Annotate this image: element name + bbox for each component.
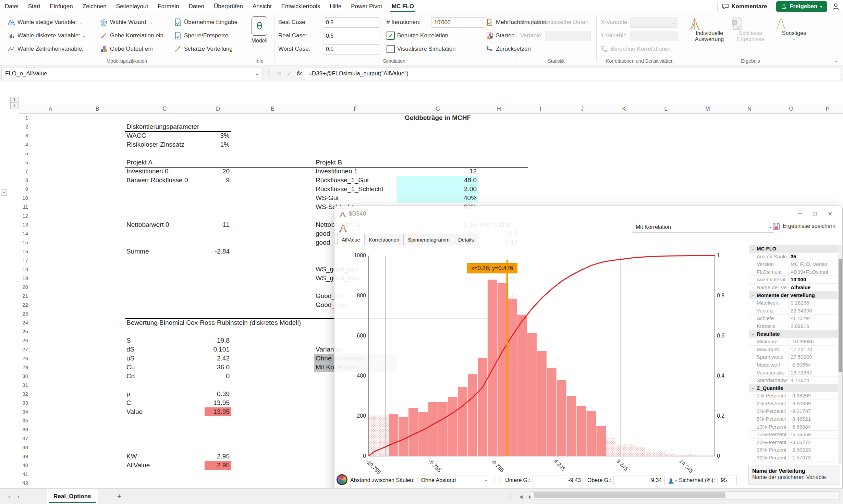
reset-button[interactable]: Zurücksetzen bbox=[486, 45, 531, 53]
cell-C34[interactable]: Value bbox=[125, 407, 205, 416]
panel-item-schiefe[interactable]: Schiefe-0.10294 bbox=[749, 315, 838, 322]
confidence-icon[interactable] bbox=[668, 477, 674, 484]
row-header-6[interactable]: 6 bbox=[19, 158, 30, 167]
cell-D7[interactable]: 20 bbox=[205, 167, 231, 176]
iterations-input[interactable]: 10'000 bbox=[431, 17, 485, 28]
row-header-41[interactable]: 41 bbox=[19, 470, 30, 479]
cell-D4[interactable]: 1% bbox=[205, 140, 231, 149]
cell-D26[interactable]: 19.8 bbox=[205, 336, 231, 345]
row-header-18[interactable]: 18 bbox=[19, 265, 30, 274]
cell-C33[interactable]: C bbox=[125, 398, 205, 407]
dialog-tab-korrelationen[interactable]: Korrelationen bbox=[365, 234, 404, 245]
cell-D8[interactable]: 9 bbox=[205, 176, 231, 185]
row-header-38[interactable]: 38 bbox=[19, 443, 30, 452]
panel-item-varianz[interactable]: Varianz22.34208 bbox=[749, 307, 838, 315]
panel-item-30-perzent[interactable]: 30%-Perzent-1.57073 bbox=[749, 454, 838, 462]
column-header-F[interactable]: F bbox=[314, 105, 398, 114]
cell-F7[interactable]: Investitionen 1 bbox=[314, 167, 397, 176]
cell-C13[interactable]: Nettobarwert 0 bbox=[125, 220, 205, 229]
choose-continuous-variable-button[interactable]: Wähle stetige Variable:⌄ bbox=[8, 18, 83, 27]
panel-section-z_quantile[interactable]: ⌄Z_Quantile bbox=[749, 384, 838, 392]
column-header-I[interactable]: I bbox=[520, 105, 562, 114]
dots-handle-icon[interactable]: ⋮ bbox=[266, 70, 272, 77]
cell-C28[interactable]: uS bbox=[125, 354, 205, 363]
panel-item-mittelwert[interactable]: Mittelwert0.28256 bbox=[749, 299, 838, 307]
lower-bound-input[interactable]: -9.43 bbox=[533, 476, 584, 485]
menu-tab-hilfe[interactable]: Hilfe bbox=[325, 0, 346, 13]
choose-wizard-button[interactable]: Wähle Wizard:⌄ bbox=[100, 18, 154, 27]
column-header-A[interactable]: A bbox=[31, 105, 70, 114]
panel-item-25-perzent[interactable]: 25%-Perzent-2.50023 bbox=[749, 446, 838, 454]
menu-tab-datei[interactable]: Datei bbox=[0, 0, 23, 13]
cell-C4[interactable]: Risikoloser Zinssatz bbox=[125, 140, 205, 149]
panel-item-modalwert[interactable]: Modalwert-0.50654 bbox=[749, 361, 838, 369]
panel-item-2-perzentil[interactable]: 2%-Perzentil-9.60899 bbox=[749, 400, 838, 408]
row-header-3[interactable]: 3 bbox=[19, 131, 30, 140]
row-header-14[interactable]: 14 bbox=[19, 229, 30, 238]
choose-timeseries-variable-button[interactable]: Wähle Zeitreihenvariable:⌄ bbox=[8, 45, 89, 53]
enter-correlation-button[interactable]: Gebe Korrelation ein bbox=[100, 31, 163, 40]
panel-item-1-perzentil[interactable]: 1%-Perzentil-9.98269 bbox=[749, 392, 838, 400]
row-header-42[interactable]: 42 bbox=[19, 479, 30, 488]
scroll-left-icon[interactable]: ◀ bbox=[519, 494, 523, 499]
panel-item-5-perzentil[interactable]: 5%-Perzentil-8.46621 bbox=[749, 415, 838, 423]
other-button[interactable]: Sonstiges ⌄ bbox=[775, 16, 813, 41]
outline-level2-button[interactable]: 2 bbox=[10, 102, 19, 109]
menu-tab-einfügen[interactable]: Einfügen bbox=[45, 0, 78, 13]
fx-icon[interactable]: fx bbox=[297, 70, 302, 77]
real-case-input[interactable]: 0.5 bbox=[323, 31, 380, 41]
row-header-28[interactable]: 28 bbox=[19, 354, 30, 363]
cell-F6[interactable]: Projekt B bbox=[314, 158, 397, 167]
panel-item-version[interactable]: VersionMC FLO, Versio bbox=[749, 260, 838, 268]
column-header-J[interactable]: J bbox=[561, 105, 603, 114]
horizontal-scrollbar[interactable] bbox=[530, 491, 840, 500]
panel-section-mc-flo[interactable]: ⌄MC FLO bbox=[749, 245, 838, 253]
row-header-8[interactable]: 8 bbox=[19, 176, 30, 185]
row-header-2[interactable]: 2 bbox=[19, 122, 30, 131]
panel-item-maximum[interactable]: Maximum17.23123 bbox=[749, 346, 838, 354]
row-header-36[interactable]: 36 bbox=[19, 425, 30, 434]
menu-tab-ansicht[interactable]: Ansicht bbox=[248, 0, 277, 13]
cell-G9[interactable]: 2.00 bbox=[397, 185, 478, 194]
panel-item-20-perzent[interactable]: 20%-Perzent-3.66772 bbox=[749, 439, 838, 446]
panel-item-flosimula[interactable]: FLOsimula=D39+FLOsimul bbox=[749, 268, 838, 276]
row-header-15[interactable]: 15 bbox=[19, 238, 30, 247]
maximize-button[interactable]: □ bbox=[807, 208, 822, 220]
outline-collapse-button[interactable]: − bbox=[1, 189, 7, 196]
individual-evaluation-button[interactable]: Individuelle Auswertung bbox=[689, 16, 730, 42]
row-header-19[interactable]: 19 bbox=[19, 274, 30, 283]
column-header-P[interactable]: P bbox=[812, 105, 843, 114]
panel-item-variationsko[interactable]: Variationsko16.72837 bbox=[749, 369, 838, 377]
cell-C8[interactable]: Barwert Rückflüsse 0 bbox=[125, 176, 205, 185]
menu-tab-formeln[interactable]: Formeln bbox=[153, 0, 184, 13]
panel-scrollbar[interactable] bbox=[838, 245, 842, 464]
account-avatar-icon[interactable] bbox=[832, 3, 840, 10]
menu-tab-zeichnen[interactable]: Zeichnen bbox=[78, 0, 111, 13]
menu-tab-mc-flo[interactable]: MC FLO bbox=[387, 0, 419, 13]
lock-unlock-button[interactable]: Sperre/Entsperre bbox=[174, 31, 228, 40]
share-button[interactable]: Freigeben ▾ bbox=[776, 1, 827, 12]
cell-G10[interactable]: 40% bbox=[397, 194, 478, 202]
row-header-21[interactable]: 21 bbox=[19, 292, 30, 300]
best-case-input[interactable]: 0.5 bbox=[323, 17, 380, 28]
panel-item-10-perzent[interactable]: 10%-Perzent-6.66884 bbox=[749, 423, 838, 431]
cell-C6[interactable]: Projekt A bbox=[125, 158, 205, 167]
cell-C29[interactable]: Cu bbox=[125, 363, 205, 372]
panel-item-kurtosis[interactable]: Kurtosis2.89916 bbox=[749, 322, 838, 330]
cell-C26[interactable]: S bbox=[125, 336, 205, 345]
add-sheet-button[interactable]: + bbox=[117, 492, 122, 501]
row-header-7[interactable]: 7 bbox=[19, 167, 30, 176]
row-header-40[interactable]: 40 bbox=[19, 461, 30, 470]
cell-G8[interactable]: 48.0 bbox=[397, 176, 478, 185]
row-header-22[interactable]: 22 bbox=[19, 300, 30, 309]
row-header-26[interactable]: 26 bbox=[19, 336, 30, 345]
cell-C2[interactable]: Diskontierungsparameter bbox=[125, 122, 205, 131]
formula-input[interactable]: =D39+@FLOsimula_output("AllValue") bbox=[304, 67, 841, 80]
row-header-1[interactable]: 1 bbox=[19, 113, 30, 122]
column-header-K[interactable]: K bbox=[603, 105, 645, 114]
confidence-input[interactable]: 95 bbox=[718, 476, 737, 485]
row-header-31[interactable]: 31 bbox=[19, 381, 30, 390]
panel-item-3-perzentil[interactable]: 3%-Perzentil-9.21787 bbox=[749, 407, 838, 415]
name-box[interactable]: FLO_o_AllValue ⌄ bbox=[1, 67, 262, 80]
row-header-37[interactable]: 37 bbox=[19, 434, 30, 443]
